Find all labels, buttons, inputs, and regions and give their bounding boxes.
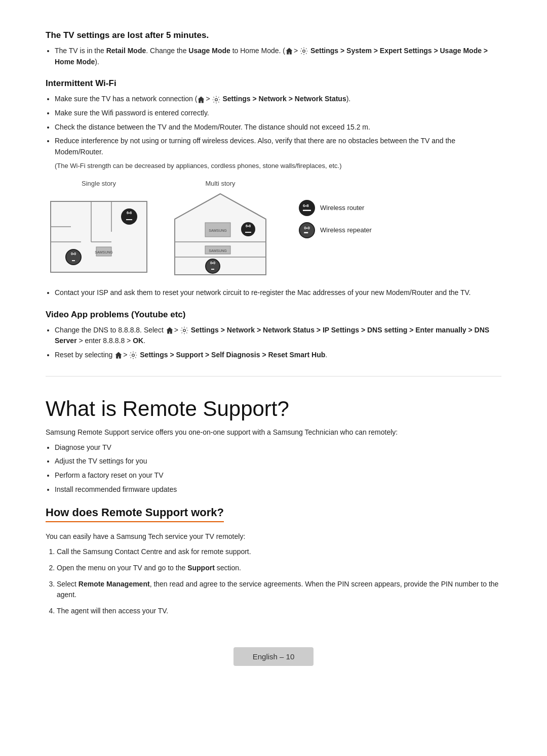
svg-point-1 [215, 98, 217, 101]
multi-story-diagram: Multi story SAMSUNG SAMSUNG 6•8 [167, 180, 274, 277]
svg-text:SAMSUNG: SAMSUNG [209, 249, 226, 253]
remote-bullet-2: Adjust the TV settings for you [55, 456, 501, 467]
single-story-diagram: Single story 6•8 ▬▬ 0•0 ▬ [46, 180, 152, 277]
svg-text:SAMSUNG: SAMSUNG [95, 250, 112, 254]
usage-mode-bold: Usage Mode [188, 47, 230, 55]
wifi-item5: Contact your ISP and ask them to reset y… [55, 287, 501, 299]
svg-text:▬: ▬ [211, 267, 214, 270]
wifi-item2: Make sure the Wifi password is entered c… [55, 108, 501, 119]
gear-icon-reset [129, 351, 137, 359]
remote-bullet-3: Perform a factory reset on your TV [55, 470, 501, 481]
how-remote-support-section: How does Remote Support work? You can ea… [46, 506, 501, 616]
how-step-3: Select Remote Management, then read and … [57, 579, 501, 601]
how-step-1: Call the Samsung Contact Centre and ask … [57, 547, 501, 558]
reset-prefix: Reset by selecting [55, 351, 114, 359]
reset-nav: Settings > Support > Self Diagnosis > Re… [138, 351, 325, 359]
repeater-icon: 0•0▬ [299, 222, 315, 238]
single-story-svg: 6•8 ▬▬ 0•0 ▬ SAMSUNG [46, 191, 152, 277]
gear-icon [300, 47, 308, 55]
gear-icon-dns [180, 326, 188, 334]
video-app-section: Video App problems (Youtube etc) Change … [46, 310, 501, 361]
single-story-label: Single story [82, 180, 116, 187]
tv-settings-text-prefix: The TV is in the [55, 47, 106, 55]
multi-story-label: Multi story [205, 180, 235, 187]
router-icon: 6•8▬▬ [299, 200, 315, 216]
intermittent-wifi-title: Intermittent Wi-Fi [46, 78, 501, 89]
remote-bullet-1: Diagnose your TV [55, 442, 501, 453]
tv-settings-text2: to Home Mode. ( [230, 47, 285, 55]
home-icon-dns [166, 326, 174, 334]
svg-point-0 [303, 50, 305, 53]
how-remote-support-intro: You can easily have a Samsung Tech servi… [46, 532, 501, 540]
remote-support-intro: Samsung Remote Support service offers yo… [46, 428, 501, 436]
home-icon [285, 47, 293, 55]
svg-text:6•8: 6•8 [246, 224, 251, 228]
remote-bullet-4: Install recommended firmware updates [55, 484, 501, 495]
wifi-text1: Make sure the TV has a network connectio… [55, 95, 197, 103]
multi-story-svg: SAMSUNG SAMSUNG 6•8 ▬▬ 0•0 ▬ [167, 191, 274, 277]
remote-support-title: What is Remote Support? [46, 397, 501, 421]
svg-point-32 [132, 354, 135, 357]
how-step-2: Open the menu on your TV and go to the S… [57, 563, 501, 574]
svg-text:6•8: 6•8 [127, 211, 132, 215]
tv-settings-lost-section: The TV settings are lost after 5 minutes… [46, 30, 501, 67]
svg-point-31 [183, 329, 185, 331]
svg-text:0•0: 0•0 [71, 252, 76, 256]
tv-settings-lost-title: The TV settings are lost after 5 minutes… [46, 30, 501, 40]
ok-bold: OK [133, 337, 143, 345]
intermittent-wifi-section: Intermittent Wi-Fi Make sure the TV has … [46, 78, 501, 298]
tv-settings-text-middle: . Change the [146, 47, 188, 55]
step2-prefix: Open the menu on your TV and go to the [57, 564, 187, 572]
remote-support-section: What is Remote Support? Samsung Remote S… [46, 397, 501, 495]
home-icon-wifi1 [197, 96, 205, 104]
page-number-label: English – 10 [253, 652, 295, 661]
wifi-legend: 6•8▬▬ Wireless router 0•0▬ Wireless repe… [299, 200, 372, 238]
legend-router-item: 6•8▬▬ Wireless router [299, 200, 372, 216]
svg-text:SAMSUNG: SAMSUNG [209, 229, 226, 232]
wifi-diagram-area: Single story 6•8 ▬▬ 0•0 ▬ [46, 180, 501, 277]
how-remote-support-steps: Call the Samsung Contact Centre and ask … [46, 547, 501, 616]
svg-text:▬▬: ▬▬ [126, 218, 132, 221]
legend-router-label: Wireless router [320, 204, 364, 212]
svg-text:▬: ▬ [72, 259, 75, 262]
dns-prefix: Change the DNS to 8.8.8.8. Select [55, 326, 166, 334]
video-app-item2: Reset by selecting > Settings > Support … [55, 350, 501, 361]
tv-settings-lost-item1: The TV is in the Retail Mode. Change the… [55, 46, 501, 67]
intermittent-wifi-list: Make sure the TV has a network connectio… [46, 94, 501, 157]
remote-support-bullets: Diagnose your TV Adjust the TV settings … [46, 442, 501, 495]
home-icon-reset [114, 351, 123, 359]
legend-repeater-label: Wireless repeater [320, 226, 372, 234]
step3-prefix: Select [57, 580, 79, 588]
how-step-4: The agent will then access your TV. [57, 606, 501, 617]
video-app-list: Change the DNS to 8.8.8.8. Select > Sett… [46, 325, 501, 361]
legend-repeater-item: 0•0▬ Wireless repeater [299, 222, 372, 238]
dns-suffix: > enter 8.8.8.8 > [77, 337, 133, 345]
gear-icon-span: > [294, 47, 300, 55]
wifi-item1: Make sure the TV has a network connectio… [55, 94, 501, 105]
reset-suffix: . [325, 351, 327, 359]
wifi-item4: Reduce interference by not using or turn… [55, 136, 501, 157]
tv-settings-lost-list: The TV is in the Retail Mode. Change the… [46, 46, 501, 67]
wifi-note: (The Wi-Fi strength can be decreased by … [55, 162, 501, 170]
section-divider [46, 376, 501, 376]
video-app-item1: Change the DNS to 8.8.8.8. Select > Sett… [55, 325, 501, 347]
page-footer: English – 10 [46, 647, 501, 676]
gear-icon-wifi1 [212, 96, 220, 104]
wifi-list2: Contact your ISP and ask them to reset y… [46, 287, 501, 299]
how-remote-support-title: How does Remote Support work? [46, 506, 224, 522]
wifi-item3: Check the distance between the TV and th… [55, 122, 501, 133]
svg-text:0•0: 0•0 [210, 261, 215, 265]
page-number-badge: English – 10 [233, 647, 314, 666]
wifi-nav1: Settings > Network > Network Status [221, 95, 346, 103]
support-bold: Support [187, 564, 215, 572]
retail-mode-bold: Retail Mode [106, 47, 146, 55]
svg-text:▬▬: ▬▬ [245, 230, 251, 233]
video-app-title: Video App problems (Youtube etc) [46, 310, 501, 320]
wifi-suffix1: ). [346, 95, 351, 103]
remote-management-bold: Remote Management [79, 580, 150, 588]
step2-suffix: section. [215, 564, 241, 572]
